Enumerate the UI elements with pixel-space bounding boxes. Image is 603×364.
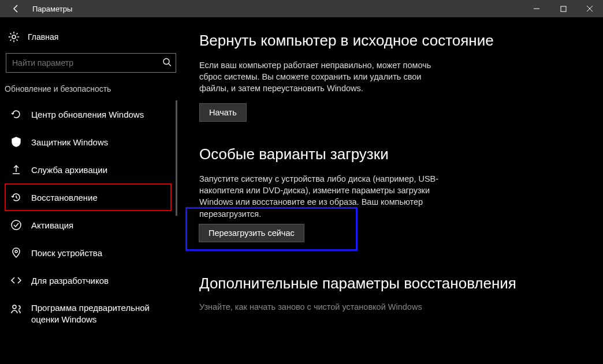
history-icon	[10, 192, 22, 203]
location-icon	[10, 247, 22, 258]
upload-icon	[10, 164, 22, 175]
minimize-button[interactable]	[523, 0, 550, 17]
window-title: Параметры	[32, 5, 523, 13]
code-icon	[10, 275, 22, 286]
search-wrap	[6, 53, 176, 73]
titlebar: Параметры	[0, 0, 603, 17]
search-icon	[162, 58, 172, 69]
sidebar-item-label: Центр обновления Windows	[31, 110, 144, 119]
window-controls	[523, 0, 603, 17]
svg-point-1	[12, 35, 16, 39]
scrollbar[interactable]	[172, 100, 177, 364]
sidebar-item-backup[interactable]: Служба архивации	[5, 156, 172, 183]
section-heading: Вернуть компьютер в исходное состояние	[199, 31, 580, 50]
sidebar-item-label: Восстановление	[31, 193, 98, 202]
gear-icon	[8, 31, 20, 43]
maximize-icon	[560, 6, 567, 12]
sidebar-item-find-device[interactable]: Поиск устройства	[5, 239, 172, 267]
maximize-button[interactable]	[550, 0, 576, 17]
back-button[interactable]	[9, 2, 23, 16]
sidebar-item-label: Защитник Windows	[31, 137, 108, 147]
section-reset: Вернуть компьютер в исходное состояние Е…	[199, 31, 580, 122]
sidebar-item-activation[interactable]: Активация	[5, 211, 172, 239]
svg-point-5	[13, 305, 16, 309]
sidebar-item-label: Активация	[31, 220, 73, 230]
sidebar-item-developers[interactable]: Для разработчиков	[5, 267, 172, 294]
section-more-recovery: Дополнительные параметры восстановления …	[199, 274, 580, 312]
section-text: Если ваш компьютер работает неправильно,…	[199, 59, 448, 95]
shield-icon	[10, 136, 22, 148]
restart-now-button[interactable]: Перезагрузить сейчас	[199, 224, 304, 242]
section-advanced-startup: Особые варианты загрузки Запустите систе…	[199, 145, 580, 251]
section-link[interactable]: Узнайте, как начать заново с чистой уста…	[199, 302, 580, 312]
sidebar-item-windows-update[interactable]: Центр обновления Windows	[5, 100, 172, 128]
minimize-icon	[533, 5, 540, 12]
svg-rect-0	[561, 6, 566, 12]
highlight-box: Перезагрузить сейчас	[185, 207, 358, 251]
home-label: Главная	[28, 32, 58, 42]
sidebar-item-label: Для разработчиков	[31, 276, 109, 286]
close-icon	[586, 5, 593, 12]
close-button[interactable]	[576, 0, 603, 17]
section-heading: Особые варианты загрузки	[199, 145, 580, 164]
sidebar-item-label: Поиск устройства	[31, 248, 102, 258]
sidebar: Главная Обновление и безопасность Центр …	[0, 17, 182, 364]
category-label: Обновление и безопасность	[5, 82, 177, 100]
sidebar-item-label: Служба архивации	[31, 165, 107, 175]
content-area: Главная Обновление и безопасность Центр …	[0, 17, 603, 364]
main-content: Вернуть компьютер в исходное состояние Е…	[182, 17, 603, 364]
scrollbar-thumb[interactable]	[176, 100, 177, 216]
reset-start-button[interactable]: Начать	[199, 103, 247, 122]
check-circle-icon	[10, 219, 22, 231]
refresh-icon	[10, 108, 22, 120]
nav-list: Центр обновления Windows Защитник Window…	[5, 100, 177, 364]
section-heading: Дополнительные параметры восстановления	[199, 274, 580, 293]
sidebar-item-label: Программа предварительной оценки Windows	[31, 302, 167, 325]
sidebar-item-defender[interactable]: Защитник Windows	[5, 128, 172, 156]
person-icon	[10, 303, 22, 315]
home-button[interactable]: Главная	[5, 25, 177, 48]
sidebar-item-insider[interactable]: Программа предварительной оценки Windows	[5, 294, 172, 333]
sidebar-item-recovery[interactable]: Восстановление	[5, 183, 172, 211]
arrow-left-icon	[12, 4, 21, 13]
svg-point-4	[15, 250, 17, 253]
svg-point-2	[163, 59, 169, 65]
search-input[interactable]	[6, 53, 176, 73]
svg-point-3	[12, 220, 21, 230]
